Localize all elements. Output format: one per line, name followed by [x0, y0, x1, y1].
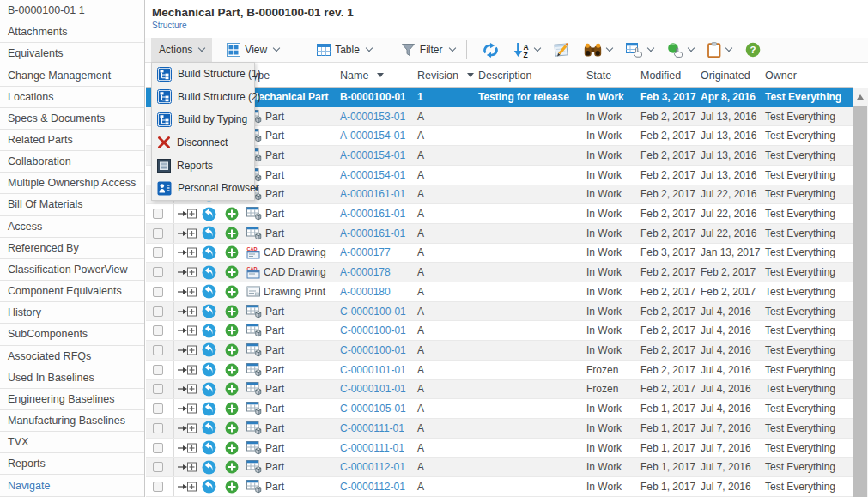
- name-link[interactable]: C-0000100-01: [340, 306, 406, 318]
- sidebar-item-bill-of-materials[interactable]: Bill Of Materials: [0, 194, 144, 215]
- row-checkbox[interactable]: [153, 482, 163, 492]
- row-checkbox[interactable]: [153, 306, 163, 317]
- navigate-icon[interactable]: [202, 207, 216, 221]
- filter-button[interactable]: Filter: [393, 38, 463, 62]
- sidebar-item-component-equivalents[interactable]: Component Equivalents: [0, 281, 144, 302]
- sidebar-item-history[interactable]: History: [0, 302, 144, 324]
- sort-button[interactable]: AZ: [513, 42, 540, 58]
- row-checkbox[interactable]: [153, 287, 163, 297]
- expand-icon[interactable]: [178, 345, 197, 355]
- expand-icon[interactable]: [178, 482, 197, 492]
- column-header-owner[interactable]: Owner: [762, 70, 853, 82]
- row-checkbox[interactable]: [153, 423, 163, 433]
- sidebar-item-engineering-baselines[interactable]: Engineering Baselines: [0, 389, 144, 410]
- column-header-name[interactable]: Name: [337, 70, 414, 82]
- sidebar-item-classification-powerview[interactable]: Classification PowerView: [0, 259, 144, 281]
- add-icon[interactable]: [225, 480, 239, 494]
- table-button[interactable]: Table: [309, 38, 379, 62]
- navigate-icon[interactable]: [202, 402, 216, 416]
- navigate-icon[interactable]: [202, 342, 216, 357]
- table-row[interactable]: PartC-0000101-01AFrozenFeb 2, 2017Jul 4,…: [146, 361, 853, 380]
- table-row[interactable]: PartC-0000111-01AIn WorkFeb 1, 2017Jul 7…: [146, 419, 853, 439]
- column-header-state[interactable]: State: [583, 70, 637, 82]
- sidebar-item-attachments[interactable]: Attachments: [0, 21, 144, 43]
- name-link[interactable]: C-0000105-01: [340, 403, 406, 415]
- edit-button[interactable]: [554, 42, 570, 58]
- expand-icon[interactable]: [178, 365, 197, 375]
- sidebar-item-reports[interactable]: Reports: [0, 453, 144, 475]
- expand-icon[interactable]: [178, 423, 197, 433]
- view-button[interactable]: View: [219, 38, 287, 62]
- expand-icon[interactable]: [178, 209, 197, 219]
- navigate-icon[interactable]: [202, 304, 216, 318]
- navigate-icon[interactable]: [202, 265, 216, 280]
- name-link[interactable]: C-0000111-01: [340, 442, 404, 454]
- row-checkbox[interactable]: [153, 209, 163, 219]
- expand-icon[interactable]: [178, 306, 197, 317]
- actions-button[interactable]: Actions: [151, 38, 212, 62]
- add-icon[interactable]: [225, 363, 239, 377]
- sidebar-item-associated-rfqs[interactable]: Associated RFQs: [0, 346, 144, 367]
- sidebar-item-subcomponents[interactable]: SubComponents: [0, 324, 144, 345]
- sidebar-item-collaboration[interactable]: Collaboration: [0, 151, 144, 173]
- scrollbar-thumb[interactable]: [853, 106, 867, 497]
- add-icon[interactable]: [225, 402, 239, 415]
- name-link[interactable]: A-0000154-01: [340, 149, 405, 161]
- sidebar-item-b-0000100-01-1[interactable]: B-0000100-01 1: [0, 0, 144, 21]
- navigate-icon[interactable]: [202, 226, 216, 240]
- expand-icon[interactable]: [178, 443, 197, 453]
- add-icon[interactable]: [225, 324, 239, 337]
- row-checkbox[interactable]: [153, 365, 163, 375]
- sidebar-item-multiple-ownership-access[interactable]: Multiple Ownership Access: [0, 173, 144, 194]
- row-checkbox[interactable]: [153, 345, 163, 355]
- sidebar-item-navigate[interactable]: Navigate: [0, 475, 144, 496]
- name-link[interactable]: A-0000154-01: [340, 130, 405, 142]
- add-icon[interactable]: [225, 460, 239, 474]
- sidebar-item-related-parts[interactable]: Related Parts: [0, 130, 144, 151]
- name-link[interactable]: A-0000180: [340, 286, 391, 298]
- column-header-originated[interactable]: Originated: [697, 70, 762, 82]
- expand-icon[interactable]: [178, 325, 197, 336]
- name-link[interactable]: C-0000111-01: [340, 422, 404, 434]
- assign-button[interactable]: [667, 43, 694, 58]
- name-link[interactable]: C-0000112-01: [340, 481, 405, 493]
- menu-item-build-by-typing[interactable]: Build by Typing: [152, 108, 254, 131]
- navigate-icon[interactable]: [202, 362, 216, 377]
- table-row[interactable]: CADCAD DrawingA-0000177AIn WorkFeb 3, 20…: [146, 244, 853, 264]
- navigate-icon[interactable]: [202, 440, 216, 455]
- table-row[interactable]: PartC-0000105-01AIn WorkFeb 1, 2017Jul 4…: [146, 399, 853, 419]
- column-header-description[interactable]: Description: [475, 70, 583, 82]
- row-checkbox[interactable]: [153, 228, 163, 239]
- column-header-revision[interactable]: Revision: [414, 70, 475, 82]
- sidebar-item-equivalents[interactable]: Equivalents: [0, 43, 144, 64]
- sidebar-item-specs-documents[interactable]: Specs & Documents: [0, 108, 144, 130]
- menu-item-build-structure-2[interactable]: Build Structure (2): [152, 86, 254, 109]
- find-button[interactable]: [584, 43, 612, 57]
- table-row[interactable]: PartC-0000112-01AIn WorkFeb 1, 2017Jul 7…: [146, 477, 853, 497]
- add-icon[interactable]: [225, 343, 239, 357]
- expand-icon[interactable]: [178, 228, 197, 239]
- name-link[interactable]: C-0000100-01: [340, 324, 406, 336]
- expand-icon[interactable]: [178, 247, 197, 258]
- sort-descending-icon[interactable]: [467, 73, 474, 77]
- expand-icon[interactable]: [178, 267, 197, 277]
- row-checkbox[interactable]: [153, 443, 163, 453]
- name-link[interactable]: A-0000153-01: [340, 111, 405, 123]
- name-link[interactable]: A-0000161-01: [340, 188, 405, 200]
- table-row[interactable]: PartA-0000161-01AIn WorkFeb 2, 2017Jul 2…: [146, 224, 853, 244]
- scrollbar[interactable]: [853, 88, 868, 497]
- table-row[interactable]: Drawing PrintA-0000180AIn WorkFeb 2, 201…: [146, 282, 853, 302]
- expand-icon[interactable]: [178, 403, 197, 414]
- add-icon[interactable]: [225, 441, 239, 455]
- sidebar-item-locations[interactable]: Locations: [0, 87, 144, 108]
- expand-icon[interactable]: [178, 384, 197, 394]
- table-row[interactable]: PartC-0000100-01AIn WorkFeb 2, 2017Jul 4…: [146, 321, 853, 341]
- navigate-icon[interactable]: [202, 460, 216, 475]
- table-select-button[interactable]: [626, 43, 653, 58]
- sidebar-item-tvx[interactable]: TVX: [0, 432, 144, 453]
- name-link[interactable]: C-0000101-01: [340, 364, 406, 376]
- name-link[interactable]: B-0000100-01: [340, 91, 406, 103]
- name-link[interactable]: C-0000112-01: [340, 461, 405, 473]
- table-row[interactable]: PartC-0000112-01AIn WorkFeb 1, 2017Jul 7…: [146, 458, 853, 477]
- sidebar-item-manufacturing-baselines[interactable]: Manufacturing Baselines: [0, 410, 144, 432]
